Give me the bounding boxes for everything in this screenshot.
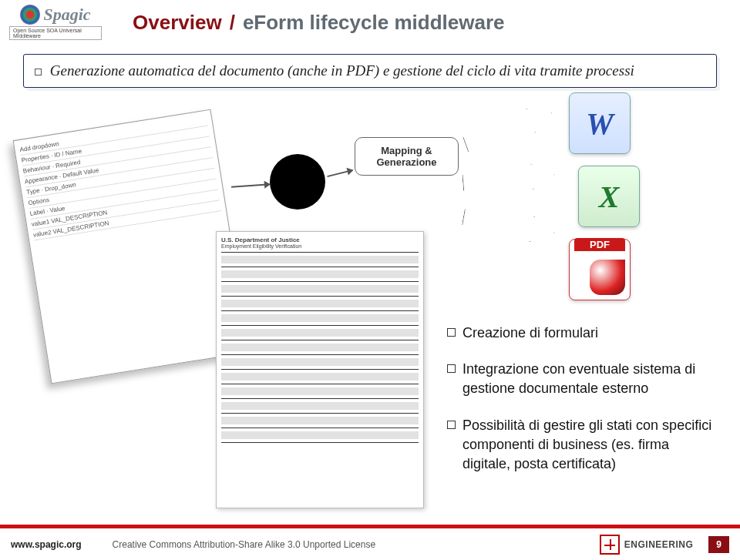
spagic-logo-block: Spagic Open Source SOA Universal Middlew… xyxy=(9,5,102,40)
title-separator: / xyxy=(230,11,235,35)
engineering-logo-text: ENGINEERING xyxy=(624,539,694,550)
government-form-preview: U.S. Department of Justice Employment El… xyxy=(216,231,424,508)
govform-title: U.S. Department of Justice xyxy=(221,236,419,243)
footer-url: www.spagic.org xyxy=(11,539,82,550)
feature-bullets: Creazione di formulari Integrazione con … xyxy=(447,324,717,491)
slide-footer: www.spagic.org Creative Commons Attribut… xyxy=(0,525,740,560)
spagic-swirl-icon xyxy=(20,5,40,25)
summary-callout: Generazione automatica del documento (an… xyxy=(23,54,717,88)
callout-text: Generazione automatica del documento (an… xyxy=(50,62,634,79)
bullet-item: Integrazione con eventuale sistema di ge… xyxy=(447,360,717,398)
slide-body: Add dropdown Properties · ID / Name Beha… xyxy=(0,123,740,525)
word-icon xyxy=(569,92,631,154)
bullet-item: Possibilità di gestire gli stati con spe… xyxy=(447,416,717,474)
spagic-logo-subtitle: Open Source SOA Universal Middleware xyxy=(9,26,102,40)
excel-icon xyxy=(578,166,640,227)
arrow-to-excel xyxy=(462,162,557,196)
pdf-icon: PDF xyxy=(569,239,631,300)
slide-header: Spagic Open Source SOA Universal Middlew… xyxy=(0,0,740,45)
slide-title: Overview / eForm lifecycle middleware xyxy=(133,11,504,35)
mapping-generation-node: Mapping & Generazione xyxy=(355,137,459,176)
mapgen-line1: Mapping & xyxy=(381,145,432,156)
arrow-xml-to-mapping xyxy=(327,169,352,177)
arrow-editor-to-xml xyxy=(231,183,270,187)
arrow-to-pdf xyxy=(461,204,557,246)
engineering-logo-icon xyxy=(600,535,620,555)
xml-data-icon xyxy=(270,154,325,210)
bullet-item: Creazione di formulari xyxy=(447,324,717,343)
mapgen-line2: Generazione xyxy=(376,156,436,168)
title-main: Overview xyxy=(133,11,222,35)
engineering-logo: ENGINEERING xyxy=(600,535,694,555)
govform-subtitle: Employment Eligibility Verification xyxy=(221,243,419,249)
page-number: 9 xyxy=(708,536,729,553)
bullet-marker-icon xyxy=(35,69,42,75)
form-editor-screenshot: Add dropdown Properties · ID / Name Beha… xyxy=(13,109,250,384)
pdf-label: PDF xyxy=(574,238,625,251)
adobe-swirl-icon xyxy=(590,260,625,295)
title-sub: eForm lifecycle middleware xyxy=(243,11,505,35)
arrow-to-word xyxy=(461,101,557,157)
footer-license: Creative Commons Attribution-Share Alike… xyxy=(113,539,600,550)
spagic-logo-text: Spagic xyxy=(43,5,90,25)
